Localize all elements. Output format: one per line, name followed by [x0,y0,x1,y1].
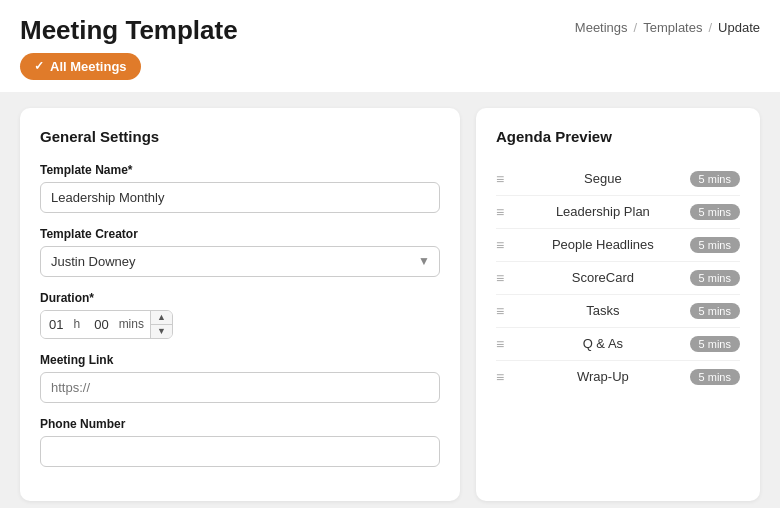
agenda-duration-badge: 5 mins [690,237,740,253]
agenda-item-name: Leadership Plan [516,204,689,219]
template-creator-select-wrapper: Justin Downey ▼ [40,246,440,277]
agenda-item: ≡ Tasks 5 mins [496,295,740,328]
breadcrumb: Meetings / Templates / Update [575,20,760,35]
drag-icon[interactable]: ≡ [496,237,504,253]
meeting-link-group: Meeting Link [40,353,440,403]
duration-down-button[interactable]: ▼ [151,325,172,338]
check-icon: ✓ [34,59,44,73]
agenda-item-name: People Headlines [516,237,689,252]
title-section: Meeting Template ✓ All Meetings [20,16,238,80]
agenda-preview-panel: Agenda Preview ≡ Segue 5 mins ≡ Leadersh… [476,108,760,501]
agenda-item-name: Tasks [516,303,689,318]
all-meetings-button[interactable]: ✓ All Meetings [20,53,141,80]
agenda-duration-badge: 5 mins [690,270,740,286]
template-name-label: Template Name* [40,163,440,177]
general-settings-panel: General Settings Template Name* Template… [20,108,460,501]
drag-icon[interactable]: ≡ [496,369,504,385]
template-name-group: Template Name* [40,163,440,213]
top-right: Meetings / Templates / Update [575,16,760,35]
drag-icon[interactable]: ≡ [496,336,504,352]
meeting-link-label: Meeting Link [40,353,440,367]
template-name-input[interactable] [40,182,440,213]
duration-group: Duration* 01 h 00 mins ▲ ▼ [40,291,440,339]
phone-number-group: Phone Number [40,417,440,467]
agenda-duration-badge: 5 mins [690,171,740,187]
template-creator-group: Template Creator Justin Downey ▼ [40,227,440,277]
agenda-item: ≡ Leadership Plan 5 mins [496,196,740,229]
top-bar: Meeting Template ✓ All Meetings Meetings… [0,0,780,92]
agenda-item: ≡ Q & As 5 mins [496,328,740,361]
duration-mins: 00 [86,311,116,338]
drag-icon[interactable]: ≡ [496,303,504,319]
template-creator-select[interactable]: Justin Downey [40,246,440,277]
agenda-item: ≡ ScoreCard 5 mins [496,262,740,295]
agenda-duration-badge: 5 mins [690,204,740,220]
agenda-duration-badge: 5 mins [690,336,740,352]
page-title: Meeting Template [20,16,238,45]
general-settings-title: General Settings [40,128,440,145]
breadcrumb-meetings[interactable]: Meetings [575,20,628,35]
all-meetings-label: All Meetings [50,59,127,74]
phone-label: Phone Number [40,417,440,431]
drag-icon[interactable]: ≡ [496,270,504,286]
mins-label: mins [117,311,150,337]
duration-row: 01 h 00 mins ▲ ▼ [40,310,440,339]
agenda-item: ≡ Segue 5 mins [496,163,740,196]
duration-label: Duration* [40,291,440,305]
duration-box: 01 h 00 mins ▲ ▼ [40,310,173,339]
hours-label: h [71,311,86,337]
meeting-link-input[interactable] [40,372,440,403]
agenda-duration-badge: 5 mins [690,303,740,319]
phone-input[interactable] [40,436,440,467]
breadcrumb-sep-2: / [708,20,712,35]
agenda-preview-title: Agenda Preview [496,128,740,145]
drag-icon[interactable]: ≡ [496,171,504,187]
agenda-item-name: Segue [516,171,689,186]
drag-icon[interactable]: ≡ [496,204,504,220]
duration-hours: 01 [41,311,71,338]
agenda-item: ≡ Wrap-Up 5 mins [496,361,740,393]
agenda-list: ≡ Segue 5 mins ≡ Leadership Plan 5 mins … [496,163,740,393]
breadcrumb-templates[interactable]: Templates [643,20,702,35]
duration-spinners: ▲ ▼ [150,311,172,338]
agenda-item-name: Wrap-Up [516,369,689,384]
agenda-item: ≡ People Headlines 5 mins [496,229,740,262]
breadcrumb-update: Update [718,20,760,35]
main-content: General Settings Template Name* Template… [0,92,780,508]
agenda-item-name: Q & As [516,336,689,351]
template-creator-label: Template Creator [40,227,440,241]
breadcrumb-sep-1: / [634,20,638,35]
duration-up-button[interactable]: ▲ [151,311,172,325]
agenda-item-name: ScoreCard [516,270,689,285]
agenda-duration-badge: 5 mins [690,369,740,385]
